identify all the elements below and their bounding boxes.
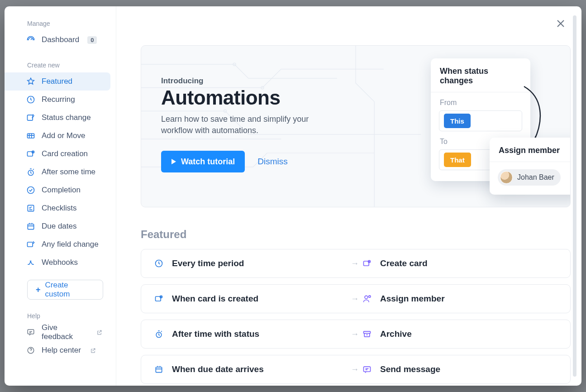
- completion-icon: [26, 186, 35, 195]
- field-icon: [26, 240, 35, 249]
- status-chip-this: This: [444, 114, 471, 128]
- automation-row[interactable]: After time with status → Archive: [141, 320, 571, 349]
- sidebar-item-card-creation[interactable]: Card creation: [5, 145, 110, 163]
- sidebar-item-label: Recurring: [42, 95, 75, 104]
- illus-from-field: This: [439, 110, 522, 131]
- trigger-half: When card is created: [154, 294, 349, 304]
- sidebar-item-give-feedback[interactable]: Give feedback: [5, 323, 110, 341]
- illus-panel-status-title: When status changes: [431, 58, 530, 92]
- archive-icon: [362, 329, 372, 339]
- card-plus-icon: [26, 149, 35, 158]
- svg-rect-25: [364, 367, 371, 372]
- sidebar-item-webhooks[interactable]: Webhooks: [5, 253, 110, 272]
- svg-rect-7: [28, 205, 33, 211]
- automations-modal: Manage Dashboard 0 Create new Featured R…: [5, 6, 581, 386]
- intro-subtitle: Learn how to save time and simplify your…: [161, 114, 310, 136]
- sidebar-item-featured[interactable]: Featured: [5, 72, 110, 91]
- avatar: [500, 171, 513, 184]
- action-label: Archive: [380, 329, 412, 339]
- arrow-right-icon: →: [349, 330, 360, 339]
- section-label-manage: Manage: [5, 20, 112, 31]
- intro-title: Automations: [161, 86, 310, 109]
- star-icon: [26, 77, 35, 86]
- sidebar-item-label: Give feedback: [42, 323, 87, 341]
- sidebar-item-status-change[interactable]: Status change: [5, 109, 110, 127]
- arrow-right-icon: →: [349, 365, 360, 374]
- action-half: Create card: [362, 258, 557, 268]
- trigger-half: When due date arrives: [154, 364, 349, 374]
- arrow-right-icon: →: [349, 259, 360, 268]
- gauge-icon: [26, 35, 35, 44]
- arrow-right-icon: →: [349, 294, 360, 304]
- create-custom-label: Create custom: [45, 281, 95, 299]
- trigger-half: After time with status: [154, 329, 349, 339]
- webhook-icon: [26, 258, 35, 267]
- external-link-icon: [96, 330, 102, 335]
- automation-row[interactable]: When card is created → Assign member: [141, 284, 571, 313]
- trigger-label: Every time period: [172, 258, 244, 268]
- status-icon: [26, 113, 35, 122]
- svg-point-21: [369, 296, 371, 297]
- sidebar-item-completion[interactable]: Completion: [5, 181, 110, 199]
- main-content: Introducing Automations Learn how to sav…: [116, 6, 581, 386]
- sidebar-item-label: Completion: [42, 186, 81, 195]
- sidebar-item-add-or-move[interactable]: Add or Move: [5, 127, 110, 145]
- sidebar-item-label: Status change: [42, 113, 91, 122]
- action-label: Assign member: [380, 294, 445, 304]
- sidebar-item-label: Any field change: [42, 240, 99, 249]
- section-label-create: Create new: [5, 62, 112, 72]
- sidebar-item-label: Featured: [42, 77, 72, 86]
- featured-heading: Featured: [141, 228, 571, 241]
- sidebar-item-label: Dashboard: [42, 35, 79, 44]
- action-half: Archive: [362, 329, 557, 339]
- automation-row[interactable]: Every time period → Create card: [141, 249, 571, 278]
- plus-icon: +: [36, 285, 41, 295]
- close-button[interactable]: [555, 18, 568, 31]
- card-create-icon: [362, 258, 372, 268]
- checklist-icon: [26, 204, 35, 213]
- clock-icon: [154, 258, 164, 268]
- sidebar-item-dashboard[interactable]: Dashboard 0: [5, 31, 110, 49]
- external-link-icon: [90, 348, 96, 354]
- action-label: Send message: [380, 364, 440, 374]
- play-icon: [171, 158, 176, 165]
- dismiss-button[interactable]: Dismiss: [257, 157, 288, 167]
- sidebar-item-help-center[interactable]: Help center: [5, 341, 110, 359]
- watch-tutorial-button[interactable]: Watch tutorial: [161, 151, 245, 172]
- trigger-half: Every time period: [154, 258, 349, 268]
- help-icon: [26, 346, 35, 355]
- sidebar-item-label: Webhooks: [42, 258, 78, 267]
- sidebar-item-label: After some time: [42, 167, 95, 177]
- sidebar-item-label: Card creation: [42, 149, 88, 158]
- trigger-label: When due date arrives: [172, 364, 264, 374]
- watch-tutorial-label: Watch tutorial: [181, 157, 235, 167]
- illus-panel-assign-title: Assign member: [490, 138, 571, 162]
- calendar-icon: [26, 222, 35, 231]
- illus-to-field: That: [439, 149, 493, 170]
- member-name: Johan Baer: [517, 173, 554, 182]
- action-half: Send message: [362, 364, 557, 374]
- sidebar-item-due-dates[interactable]: Due dates: [5, 217, 110, 235]
- sidebar-item-any-field-change[interactable]: Any field change: [5, 235, 110, 253]
- message-icon: [362, 364, 372, 374]
- clock-icon: [26, 95, 35, 104]
- calendar-icon: [154, 364, 164, 374]
- intro-eyebrow: Introducing: [161, 76, 310, 86]
- sidebar-item-label: Checklists: [42, 204, 76, 213]
- sidebar-item-label: Help center: [42, 346, 81, 355]
- create-custom-button[interactable]: + Create custom: [27, 280, 103, 300]
- svg-point-20: [365, 296, 368, 299]
- svg-rect-8: [28, 224, 33, 229]
- assign-icon: [362, 294, 372, 304]
- intro-card: Introducing Automations Learn how to sav…: [141, 45, 571, 207]
- action-label: Create card: [380, 258, 428, 268]
- action-half: Assign member: [362, 294, 557, 304]
- automation-row[interactable]: When due date arrives → Send message: [141, 355, 571, 384]
- sidebar-item-after-some-time[interactable]: After some time: [5, 163, 110, 181]
- svg-point-6: [28, 187, 34, 194]
- illus-from-label: From: [431, 92, 530, 110]
- svg-rect-9: [28, 242, 33, 247]
- sidebar-item-recurring[interactable]: Recurring: [5, 91, 110, 109]
- sidebar-item-checklists[interactable]: Checklists: [5, 199, 110, 217]
- intro-illustration: When status changes From This To That As…: [431, 58, 530, 181]
